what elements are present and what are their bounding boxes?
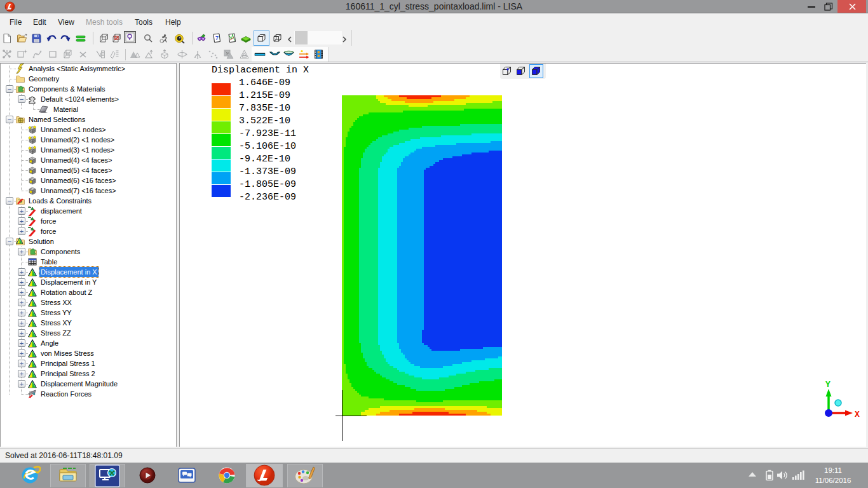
svg-text:X: X — [855, 410, 860, 419]
svg-text:7: 7 — [215, 35, 219, 41]
svg-text:Y: Y — [825, 380, 831, 390]
